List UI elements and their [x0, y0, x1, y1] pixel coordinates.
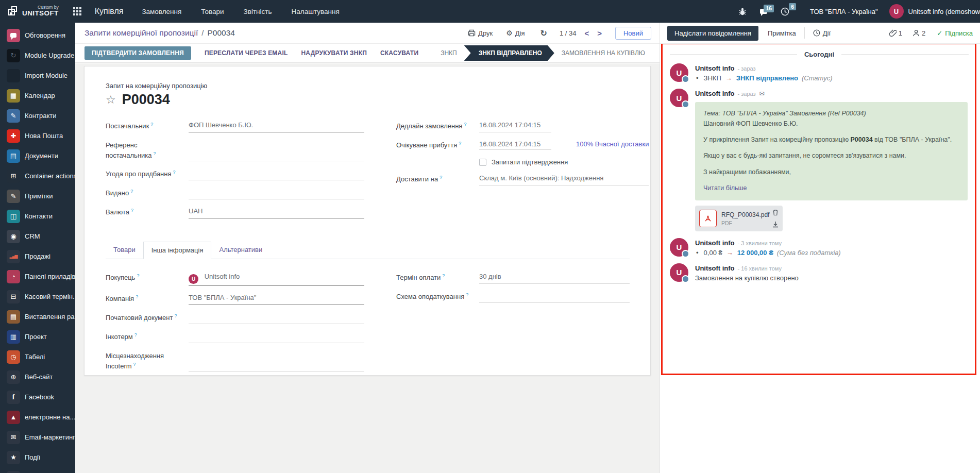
- activities-button[interactable]: Дії: [813, 29, 831, 37]
- status-step-rfq-sent-active[interactable]: ЗНКП ВІДПРАВЛЕНО: [464, 45, 554, 61]
- sidebar-item-contracts[interactable]: ✎ Контракти: [0, 106, 75, 126]
- print-rfq-button[interactable]: НАДРУКУВАТИ ЗНКП: [301, 49, 367, 57]
- send-message-button[interactable]: Надіслати повідомлення: [667, 26, 758, 41]
- message-avatar[interactable]: U: [670, 63, 688, 82]
- incoterm-location-field[interactable]: [189, 350, 364, 372]
- message-avatar[interactable]: U: [670, 238, 688, 257]
- download-attachment-icon[interactable]: [772, 221, 779, 228]
- sidebar-item-sales[interactable]: ▂▄▆ Продажі: [0, 246, 75, 266]
- favorite-star-icon[interactable]: ☆: [106, 93, 116, 107]
- company-label: Компанія: [106, 293, 189, 305]
- bug-icon[interactable]: [738, 7, 747, 16]
- sidebar-item-elearning[interactable]: ▲ електронне на...: [0, 407, 75, 427]
- purchase-agreement-field[interactable]: [189, 168, 364, 180]
- sidebar-item-nova-poshta[interactable]: ✚ Нова Пошта: [0, 126, 75, 146]
- expected-arrival-field[interactable]: 16.08.2024 17:04:15: [479, 139, 551, 150]
- message-author[interactable]: Unitsoft info: [695, 239, 735, 247]
- sidebar-item-container-actions[interactable]: ⊞ Container actions: [0, 166, 75, 186]
- print-button[interactable]: Друк: [468, 29, 493, 37]
- on-time-delivery-link[interactable]: 100% Вчасної доставки: [576, 139, 649, 148]
- pager-next-icon[interactable]: >: [597, 29, 602, 38]
- sidebar-item-import-module[interactable]: Import Module: [0, 65, 75, 86]
- issued-by-field[interactable]: [189, 187, 364, 199]
- ask-confirmation-checkbox[interactable]: [479, 159, 486, 166]
- apps-menu-icon[interactable]: [73, 7, 81, 15]
- sidebar-item-timesheets[interactable]: ◷ Табелі: [0, 347, 75, 367]
- payment-terms-field[interactable]: 30 днів: [479, 272, 630, 284]
- incoterm-field[interactable]: [189, 331, 364, 343]
- cancel-button[interactable]: СКАСУВАТИ: [380, 49, 418, 57]
- company-field[interactable]: ТОВ "БПЛА - Україна": [189, 293, 364, 305]
- sidebar-item-point-of-sale[interactable]: ⊟ Касовий термін...: [0, 286, 75, 307]
- unitsoft-logo[interactable]: Custom by UNITSOFT: [7, 5, 59, 18]
- company-switcher[interactable]: ТОВ "БПЛА - Україна": [810, 8, 877, 15]
- menu-settings[interactable]: Налаштування: [292, 8, 340, 15]
- action-menu-button[interactable]: ⚙ Дія: [506, 29, 525, 37]
- purchase-agreement-label: Угода про придбання: [106, 168, 189, 180]
- message-author[interactable]: Unitsoft info: [695, 64, 735, 72]
- menu-orders[interactable]: Замовлення: [142, 8, 181, 15]
- tracking-value-line: • ЗНКП → ЗНКП відправлено (Статус): [695, 74, 969, 82]
- following-toggle[interactable]: ✓ Підписка: [937, 29, 973, 37]
- pager-previous-icon[interactable]: <: [584, 29, 589, 38]
- menu-products[interactable]: Товари: [201, 8, 224, 15]
- tab-alternatives[interactable]: Альтернативи: [211, 242, 270, 259]
- attachments-counter[interactable]: 1: [889, 29, 902, 37]
- resend-email-button[interactable]: ПЕРЕСЛАТИ ЧЕРЕЗ EMAIL: [205, 49, 288, 57]
- tab-other-information[interactable]: Інша інформація: [143, 242, 212, 259]
- sidebar-item-facebook[interactable]: f Facebook: [0, 387, 75, 407]
- sidebar-item-email-marketing[interactable]: ✉ Email-маркетинг: [0, 427, 75, 447]
- sidebar-item-crm[interactable]: ◉ CRM: [0, 226, 75, 246]
- attachment-card[interactable]: RFQ_P00034.pdf PDF: [695, 206, 783, 231]
- log-note-button[interactable]: Примітка: [768, 29, 796, 37]
- buyer-field[interactable]: U Unitsoft info: [189, 272, 364, 286]
- menu-reporting[interactable]: Звітність: [244, 8, 272, 15]
- messages-icon[interactable]: 16: [760, 9, 767, 14]
- record-pager: 1 / 34: [560, 29, 577, 37]
- topbar: Custom by UNITSOFT Купівля Замовлення То…: [0, 0, 980, 23]
- sidebar-item-contacts[interactable]: ◫ Контакти: [0, 206, 75, 226]
- source-document-field[interactable]: [189, 312, 364, 324]
- sidebar-item-discuss[interactable]: Обговорення: [0, 25, 75, 45]
- sidebar-item-module-upgrade[interactable]: ↻ Module Upgrade: [0, 45, 75, 65]
- message-avatar[interactable]: U: [670, 89, 688, 107]
- sidebar-item-website[interactable]: ⊕ Веб-сайт: [0, 367, 75, 387]
- pdf-file-icon: [699, 210, 717, 227]
- confirm-order-button[interactable]: ПІДТВЕРДИТИ ЗАМОВЛЕННЯ: [85, 46, 191, 60]
- current-app-name[interactable]: Купівля: [95, 7, 124, 16]
- read-more-link[interactable]: Читати більше: [703, 183, 959, 193]
- expected-arrival-label: Очікуване прибуття: [396, 139, 479, 151]
- currency-field[interactable]: UAH: [189, 206, 364, 218]
- vendor-reference-field[interactable]: [189, 139, 364, 161]
- chatter-thread: Сьогодні U Unitsoft info - зараз • ЗНКП …: [660, 44, 980, 473]
- user-menu[interactable]: Unitsoft info (demoshow: [908, 8, 980, 15]
- supplier-field[interactable]: ФОП Шевченко Б.Ю.: [189, 120, 364, 132]
- sidebar-item-notes[interactable]: ✎ Примітки: [0, 186, 75, 206]
- delete-attachment-icon[interactable]: [772, 209, 779, 216]
- breadcrumb-parent-link[interactable]: Запити комерційної пропозиції: [85, 28, 198, 38]
- sidebar-item-calendar[interactable]: ▦ Календар: [0, 86, 75, 106]
- sidebar-item-surveys[interactable]: ✓ Опитування: [0, 467, 75, 473]
- sidebar-item-events[interactable]: ★ Події: [0, 447, 75, 467]
- tracking-value-line: • 0,00 ₴ → 12 000,00 ₴ (Сума без податкі…: [695, 249, 969, 257]
- message-avatar[interactable]: U: [670, 263, 688, 282]
- breadcrumb-current: P00034: [208, 28, 235, 38]
- sidebar-item-invoicing[interactable]: ▤ Виставлення ра...: [0, 307, 75, 327]
- activities-clock-icon[interactable]: 6: [781, 7, 789, 16]
- tab-products[interactable]: Товари: [106, 242, 143, 259]
- attachment-filename[interactable]: RFQ_P00034.pdf: [721, 211, 769, 218]
- sidebar-item-dashboards[interactable]: ◔ Панелі приладів: [0, 266, 75, 286]
- sidebar-item-documents[interactable]: ▤ Документи: [0, 146, 75, 166]
- user-avatar[interactable]: U: [889, 4, 904, 19]
- order-deadline-field[interactable]: 16.08.2024 17:04:15: [479, 120, 551, 132]
- status-step-rfq[interactable]: ЗНКП: [433, 49, 464, 57]
- followers-counter[interactable]: 2: [913, 29, 925, 37]
- message-author[interactable]: Unitsoft info: [695, 90, 735, 97]
- deliver-to-field[interactable]: Склад м. Київ (основний): Надходження: [479, 173, 649, 185]
- status-step-purchase-order[interactable]: ЗАМОВЛЕННЯ НА КУПІВЛЮ: [554, 49, 652, 57]
- sidebar-item-project[interactable]: ▥ Проект: [0, 327, 75, 347]
- fiscal-position-field[interactable]: [479, 291, 630, 303]
- message-author[interactable]: Unitsoft info: [695, 264, 735, 272]
- new-record-button[interactable]: Новий: [615, 27, 651, 40]
- refresh-icon[interactable]: ↻: [540, 28, 547, 38]
